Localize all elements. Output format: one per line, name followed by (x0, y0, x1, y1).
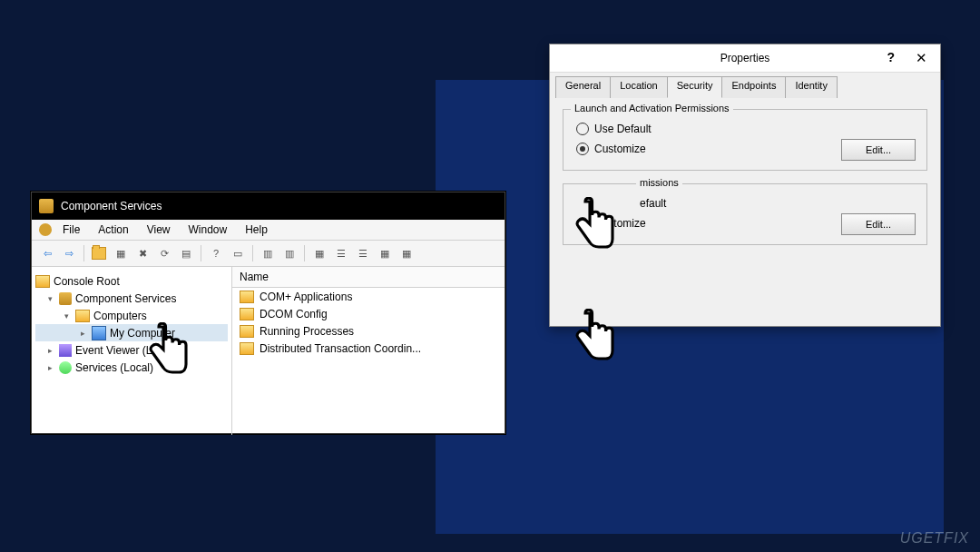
toolbar-button[interactable]: ▦ (375, 243, 395, 263)
toolbar-button[interactable]: ▦ (111, 243, 131, 263)
list-item[interactable]: Distributed Transaction Coordin... (232, 340, 505, 357)
radio-icon[interactable] (576, 123, 589, 135)
dialog-titlebar[interactable]: Properties ? ✕ (550, 44, 940, 73)
toolbar-button[interactable]: ▥ (279, 243, 299, 263)
menubar: File Action View Window Help (32, 220, 505, 241)
window-body: Console Root Component Services Computer… (32, 267, 505, 435)
event-viewer-icon (59, 344, 72, 357)
component-services-icon (39, 199, 54, 213)
group-title: Launch and Activation Permissions (571, 103, 733, 113)
list-item-label: Distributed Transaction Coordin... (260, 342, 421, 355)
menu-view[interactable]: View (140, 222, 178, 238)
radio-use-default[interactable]: Use Default (576, 119, 914, 139)
help-button[interactable]: ? (887, 50, 895, 64)
expander-icon[interactable] (61, 311, 72, 320)
tree-label: My Computer (110, 327, 175, 340)
radio-label: efault (640, 197, 666, 210)
folder-icon (240, 325, 254, 338)
access-permissions-group: missions efault Customize Edit... (563, 183, 927, 245)
menu-help[interactable]: Help (238, 222, 275, 238)
window-titlebar[interactable]: Component Services (32, 192, 505, 220)
menu-file[interactable]: File (55, 222, 87, 238)
tab-location[interactable]: Location (610, 76, 668, 98)
toolbar-button[interactable]: ☰ (331, 243, 351, 263)
expander-icon[interactable] (44, 363, 55, 372)
window-button[interactable]: ▭ (228, 243, 248, 263)
radio-label: Customize (594, 143, 646, 155)
tree-node-console-root[interactable]: Console Root (35, 272, 228, 290)
tree-label: Computers (93, 310, 147, 322)
list-item[interactable]: DCOM Config (232, 305, 505, 322)
export-button[interactable]: ▤ (176, 243, 196, 263)
component-services-window: Component Services File Action View Wind… (31, 192, 505, 434)
tree-node-event-viewer[interactable]: Event Viewer (Local) (35, 341, 228, 359)
radio-label: Customize (594, 217, 646, 230)
list-header-name[interactable]: Name (232, 267, 505, 288)
pin-icon[interactable] (39, 223, 52, 236)
refresh-button[interactable]: ⟳ (154, 243, 174, 263)
toolbar-separator (83, 245, 84, 261)
watermark: UGETFIX (900, 530, 969, 547)
toolbar-separator (252, 245, 253, 261)
radio-icon[interactable] (576, 143, 589, 155)
edit-button[interactable]: Edit... (841, 139, 916, 161)
tree-label: Component Services (75, 292, 176, 305)
tab-bar: General Location Security Endpoints Iden… (550, 73, 940, 98)
expander-icon[interactable] (44, 294, 55, 303)
tree-label: Services (Local) (75, 361, 153, 374)
group-title: missions (636, 177, 682, 188)
help-button[interactable]: ? (206, 243, 226, 263)
tree-node-services[interactable]: Services (Local) (35, 359, 228, 376)
expander-icon[interactable] (77, 329, 88, 338)
menu-action[interactable]: Action (91, 222, 135, 238)
tree-pane[interactable]: Console Root Component Services Computer… (32, 267, 232, 435)
folder-icon (35, 275, 50, 288)
radio-use-default[interactable]: efault (576, 193, 914, 213)
folder-icon (240, 291, 254, 303)
toolbar-button[interactable]: ✖ (132, 243, 152, 263)
component-services-icon (59, 292, 72, 305)
close-button[interactable]: ✕ (916, 50, 927, 66)
toolbar-button[interactable]: ▦ (309, 243, 329, 263)
toolbar-separator (201, 245, 201, 261)
list-item[interactable]: Running Processes (232, 322, 505, 340)
edit-button[interactable]: Edit... (841, 213, 916, 235)
dialog-title: Properties (720, 52, 770, 64)
folder-icon (240, 342, 254, 355)
tree-label: Console Root (54, 275, 120, 288)
up-button[interactable] (89, 243, 109, 263)
tab-security[interactable]: Security (667, 76, 723, 98)
radio-icon[interactable] (576, 217, 589, 230)
list-item-label: COM+ Applications (260, 291, 352, 303)
toolbar-button[interactable]: ▥ (258, 243, 278, 263)
folder-icon (75, 310, 90, 322)
tab-general[interactable]: General (555, 76, 611, 98)
properties-dialog: Properties ? ✕ General Location Security… (549, 44, 941, 327)
toolbar-button[interactable]: ☰ (353, 243, 373, 263)
toolbar-button[interactable]: ▦ (397, 243, 416, 263)
tab-identity[interactable]: Identity (785, 76, 837, 98)
tree-node-computers[interactable]: Computers (35, 307, 228, 324)
radio-label: Use Default (594, 123, 652, 135)
back-button[interactable] (37, 243, 57, 263)
toolbar: ▦ ✖ ⟳ ▤ ? ▭ ▥ ▥ ▦ ☰ ☰ ▦ ▦ (32, 241, 505, 267)
window-title: Component Services (61, 200, 162, 212)
list-item[interactable]: COM+ Applications (232, 288, 505, 305)
expander-icon[interactable] (44, 346, 55, 355)
tab-endpoints[interactable]: Endpoints (721, 76, 786, 98)
launch-permissions-group: Launch and Activation Permissions Use De… (563, 109, 927, 171)
tree-label: Event Viewer (Local) (75, 344, 176, 357)
computer-icon (92, 326, 106, 340)
menu-window[interactable]: Window (181, 222, 235, 238)
list-item-label: Running Processes (260, 325, 354, 338)
tree-node-my-computer[interactable]: My Computer (35, 324, 228, 341)
security-tab-panel: Launch and Activation Permissions Use De… (550, 98, 940, 269)
folder-icon (240, 308, 254, 320)
services-icon (59, 361, 72, 374)
forward-button[interactable] (59, 243, 79, 263)
tree-node-component-services[interactable]: Component Services (35, 290, 228, 307)
desktop-background: Component Services File Action View Wind… (0, 0, 980, 552)
list-pane[interactable]: Name COM+ Applications DCOM Config Runni… (232, 267, 505, 435)
toolbar-separator (304, 245, 305, 261)
list-item-label: DCOM Config (260, 308, 328, 320)
